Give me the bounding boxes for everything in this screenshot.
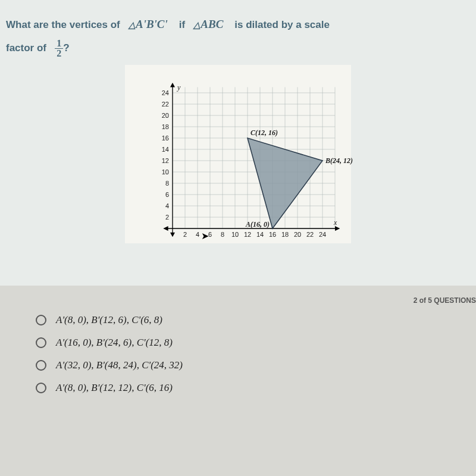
svg-text:16: 16 (269, 231, 276, 238)
svg-text:18: 18 (162, 123, 169, 130)
options-list: A'(8, 0), B'(12, 6), C'(6, 8)A'(16, 0), … (36, 314, 440, 394)
svg-marker-32 (170, 233, 175, 237)
svg-text:22: 22 (306, 231, 314, 238)
svg-text:8: 8 (221, 231, 224, 238)
q-text-3: is dilated by a scale (234, 19, 330, 30)
question-panel: What are the vertices of △A'B'C' if △ABC… (0, 0, 476, 286)
answer-option-1[interactable]: A'(16, 0), B'(24, 6), C'(12, 8) (36, 337, 440, 349)
svg-text:18: 18 (281, 231, 289, 238)
svg-text:2: 2 (165, 214, 169, 221)
svg-text:24: 24 (162, 89, 169, 96)
triangle-prime-expr: △A'B'C' (129, 18, 171, 30)
svg-text:2: 2 (183, 231, 187, 238)
svg-text:4: 4 (196, 231, 199, 238)
q-text-1: What are the vertices of (6, 19, 120, 30)
question-text: What are the vertices of △A'B'C' if △ABC… (6, 12, 470, 59)
svg-text:10: 10 (231, 231, 239, 238)
fraction-half: 1 2 (55, 39, 63, 58)
svg-text:20: 20 (294, 231, 301, 238)
option-text: A'(8, 0), B'(12, 12), C'(6, 16) (56, 382, 173, 394)
svg-text:16: 16 (162, 134, 169, 142)
svg-text:A(16, 0): A(16, 0) (245, 220, 270, 228)
svg-text:x: x (333, 218, 337, 227)
svg-text:12: 12 (244, 231, 251, 238)
q-text-5: ? (63, 42, 69, 54)
svg-marker-30 (163, 226, 168, 231)
cursor-icon: ➤ (201, 230, 209, 242)
radio-icon[interactable] (36, 360, 46, 371)
option-text: A'(16, 0), B'(24, 6), C'(12, 8) (56, 337, 173, 349)
svg-text:y: y (177, 83, 181, 92)
svg-text:6: 6 (165, 191, 169, 198)
answer-panel: 2 of 5 QUESTIONS A'(8, 0), B'(12, 6), C'… (0, 286, 476, 476)
answer-option-0[interactable]: A'(8, 0), B'(12, 6), C'(6, 8) (36, 314, 440, 326)
svg-text:14: 14 (162, 146, 169, 153)
q-text-4: factor of (6, 42, 46, 54)
svg-text:B(24, 12): B(24, 12) (325, 156, 353, 165)
svg-text:24: 24 (319, 231, 326, 238)
coordinate-graph: 2468101214161820222424681012141618202224… (125, 65, 351, 243)
svg-text:14: 14 (256, 231, 264, 238)
triangle-abc-expr: △ABC (193, 18, 226, 30)
option-text: A'(32, 0), B'(48, 24), C'(24, 32) (56, 359, 183, 371)
answer-option-2[interactable]: A'(32, 0), B'(48, 24), C'(24, 32) (36, 359, 440, 371)
answer-option-3[interactable]: A'(8, 0), B'(12, 12), C'(6, 16) (36, 382, 440, 394)
svg-marker-31 (170, 83, 175, 87)
option-text: A'(8, 0), B'(12, 6), C'(6, 8) (56, 314, 162, 326)
svg-text:C(12, 16): C(12, 16) (250, 129, 278, 137)
radio-icon[interactable] (36, 383, 46, 393)
svg-text:4: 4 (165, 202, 169, 209)
svg-text:8: 8 (165, 180, 169, 187)
question-counter: 2 of 5 QUESTIONS (414, 296, 476, 305)
svg-text:12: 12 (162, 157, 169, 164)
svg-marker-29 (335, 226, 340, 231)
graph-svg: 2468101214161820222424681012141618202224… (149, 77, 363, 243)
radio-icon[interactable] (36, 315, 46, 325)
graph-container: 2468101214161820222424681012141618202224… (6, 65, 470, 243)
q-text-2: if (179, 19, 185, 30)
svg-text:22: 22 (162, 101, 169, 108)
svg-text:10: 10 (162, 168, 169, 176)
svg-text:20: 20 (162, 112, 169, 119)
radio-icon[interactable] (36, 337, 46, 348)
